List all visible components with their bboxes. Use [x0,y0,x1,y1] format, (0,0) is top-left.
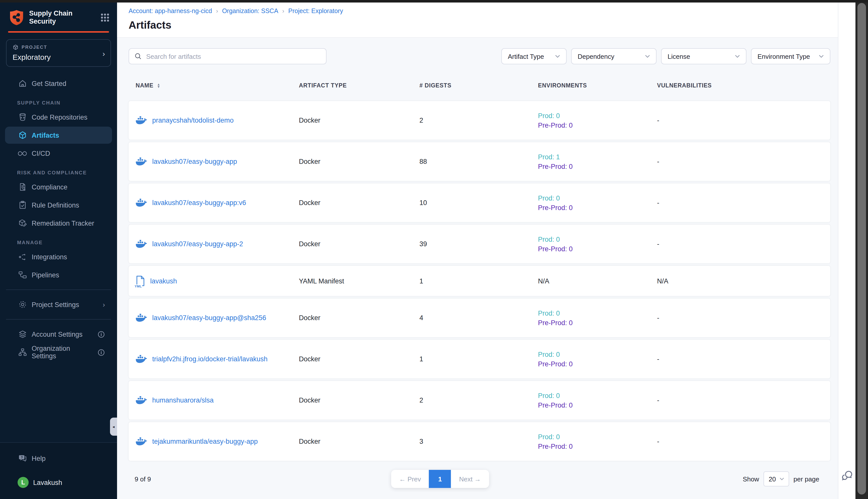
digests-cell: 39 [419,240,538,248]
table-row[interactable]: trialpfv2hi.jfrog.io/docker-trial/lavaku… [128,340,830,378]
artifact-name-cell: lavakush07/easy-buggy-app@sha256 [136,313,299,322]
table-row[interactable]: lavakush07/easy-buggy-app Docker 88 Prod… [128,142,830,181]
divider [6,290,111,290]
table-row[interactable]: lavakush07/easy-buggy-app@sha256 Docker … [128,299,830,337]
env-prod-link[interactable]: Prod: 0 [538,351,560,358]
env-prod-link[interactable]: Prod: 0 [538,309,560,317]
artifact-name-link[interactable]: tejakummarikuntla/easy-buggy-app [152,438,258,445]
docker-icon [136,313,147,322]
filter-artifact-type[interactable]: Artifact Type [501,48,567,64]
support-chat-icon[interactable] [840,467,854,481]
sidebar-item-label: Project Settings [32,301,79,308]
env-preprod-link[interactable]: Pre-Prod: 0 [538,401,573,409]
artifact-name-link[interactable]: lavakush07/easy-buggy-app-2 [152,240,243,248]
sidebar-item-remediation-tracker[interactable]: Remediation Tracker [5,215,112,232]
filter-label: Environment Type [757,52,810,60]
env-preprod-link[interactable]: Pre-Prod: 0 [538,121,573,129]
search-input[interactable] [146,52,321,60]
user-name: Lavakush [33,479,62,486]
artifact-name-link[interactable]: lavakush07/easy-buggy-app@sha256 [152,314,266,321]
environments-cell: Prod: 0Pre-Prod: 0 [538,433,657,450]
filter-license[interactable]: License [661,48,746,64]
breadcrumb-organization-link[interactable]: Organization: SSCA [222,8,278,15]
sort-icon[interactable]: ▲▼ [157,83,161,88]
filter-dependency[interactable]: Dependency [571,48,657,64]
artifact-name-link[interactable]: lavakush07/easy-buggy-app [152,158,237,165]
breadcrumb-separator: › [282,8,284,15]
sidebar-item-cicd[interactable]: CI/CD [5,145,112,162]
home-icon [17,78,27,88]
table-row[interactable]: tejakummarikuntla/easy-buggy-app Docker … [128,422,830,461]
digests-cell: 3 [419,438,538,445]
sidebar-item-integrations[interactable]: Integrations [5,248,112,265]
sidebar-item-artifacts[interactable]: Artifacts [5,126,112,144]
artifact-search[interactable] [128,48,326,64]
digests-cell: 1 [419,277,538,285]
env-prod-link[interactable]: Prod: 0 [538,194,560,202]
env-preprod-link[interactable]: Pre-Prod: 0 [538,442,573,450]
info-icon[interactable] [97,330,105,338]
env-preprod-link[interactable]: Pre-Prod: 0 [538,319,573,326]
env-preprod-link[interactable]: Pre-Prod: 0 [538,245,573,253]
sidebar-item-help[interactable]: ? Help [5,450,112,467]
user-menu[interactable]: L Lavakush [5,474,112,491]
app-window: Supply Chain Security PROJECT Explorator… [0,0,868,499]
env-preprod-link[interactable]: Pre-Prod: 0 [538,204,573,211]
breadcrumb-account-link[interactable]: Account: app-harness-ng-cicd [128,8,212,15]
sidebar-item-get-started[interactable]: Get Started [5,75,112,92]
prev-page-button[interactable]: ← Prev [391,470,429,488]
env-prod-link[interactable]: Prod: 1 [538,153,560,160]
page-header: Account: app-harness-ng-cicd › Organizat… [117,0,868,38]
sidebar-item-label: Organization Settings [32,345,93,360]
sidebar-item-label: Integrations [32,253,67,260]
sidebar-item-account-settings[interactable]: Account Settings [5,326,112,343]
table-row[interactable]: pranaycshah/todolist-demo Docker 2 Prod:… [128,101,830,140]
page-scrollbar[interactable] [855,0,868,499]
env-prod-link[interactable]: Prod: 0 [538,235,560,243]
column-header-vulnerabilities: VULNERABILITIES [657,82,830,88]
section-label-risk-compliance: RISK AND COMPLIANCE [17,170,117,175]
sidebar-item-compliance[interactable]: Compliance [5,179,112,195]
filter-environment-type[interactable]: Environment Type [751,48,830,64]
sidebar-collapse-handle[interactable]: ◂ [110,417,117,436]
table-row[interactable]: lavakush07/easy-buggy-app:v6 Docker 10 P… [128,183,830,222]
artifact-name-link[interactable]: pranaycshah/todolist-demo [152,117,234,124]
info-icon[interactable] [97,349,105,356]
artifact-name-link[interactable]: trialpfv2hi.jfrog.io/docker-trial/lavaku… [152,355,268,363]
sidebar-item-project-settings[interactable]: Project Settings › [5,296,112,313]
window-top-strip [0,0,868,2]
artifact-name-cell: lavakush07/easy-buggy-app-2 [136,240,299,248]
per-page-select[interactable]: 20 [764,471,789,486]
divider [6,319,111,320]
environments-cell: Prod: 0Pre-Prod: 0 [538,392,657,409]
sidebar-item-rule-definitions[interactable]: Rule Definitions [5,196,112,214]
env-prod-link[interactable]: Prod: 0 [538,433,560,440]
vulnerabilities-cell: - [657,158,830,165]
sidebar-item-pipelines[interactable]: Pipelines [5,266,112,283]
breadcrumb-project-link[interactable]: Project: Exploratory [288,8,343,15]
env-preprod-link[interactable]: Pre-Prod: 0 [538,360,573,368]
chevron-down-icon [779,477,784,480]
env-prod-link[interactable]: Prod: 0 [538,112,560,119]
column-header-name[interactable]: NAME ▲▼ [136,82,299,88]
docker-icon [136,240,147,248]
artifact-name-link[interactable]: humanshuarora/slsa [152,397,214,404]
table-row[interactable]: lavakush07/easy-buggy-app-2 Docker 39 Pr… [128,224,830,263]
env-preprod-link[interactable]: Pre-Prod: 0 [538,162,573,170]
next-page-button[interactable]: Next → [451,470,489,488]
env-prod-link[interactable]: Prod: 0 [538,392,560,399]
digests-cell: 4 [419,314,538,321]
table-row[interactable]: humanshuarora/slsa Docker 2 Prod: 0Pre-P… [128,381,830,419]
docker-icon [136,396,147,405]
module-grid-icon[interactable] [100,13,110,23]
scrollbar-thumb[interactable] [857,3,866,495]
table-row[interactable]: YML lavakush YAML Manifest 1 N/A N/A [128,266,830,296]
artifact-name-link[interactable]: lavakush [150,277,177,285]
svg-text:?: ? [21,455,23,459]
sidebar-item-code-repositories[interactable]: Code Repositories [5,109,112,126]
page-1-button[interactable]: 1 [429,470,451,488]
sidebar-item-organization-settings[interactable]: Organization Settings [5,344,112,361]
environments-cell: Prod: 0Pre-Prod: 0 [538,194,657,211]
artifact-name-link[interactable]: lavakush07/easy-buggy-app:v6 [152,199,246,207]
project-selector[interactable]: PROJECT Exploratory › [6,39,111,67]
